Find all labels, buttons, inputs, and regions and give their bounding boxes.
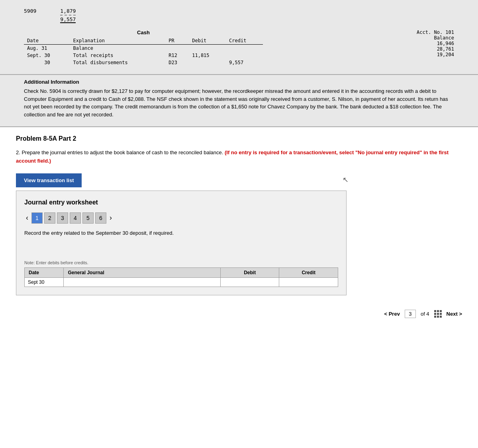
ledger-value-2: 1,879 bbox=[60, 8, 76, 14]
cash-left: Cash Date Explanation PR Debit Credit bbox=[24, 29, 263, 66]
cash-table-title: Cash bbox=[24, 29, 263, 35]
row3-date: 30 bbox=[24, 59, 70, 66]
row1-explanation: Balance bbox=[70, 45, 165, 52]
balance-2: 28,761 bbox=[417, 46, 454, 52]
worksheet-container: Journal entry worksheet ‹ 1 2 3 4 5 6 › … bbox=[16, 191, 347, 295]
grid-dot bbox=[434, 316, 436, 318]
journal-date: Sept 30 bbox=[25, 277, 64, 287]
additional-info-heading: Additional Information bbox=[24, 79, 454, 85]
row3-debit bbox=[189, 59, 226, 66]
grid-dot bbox=[434, 313, 436, 315]
grid-dot bbox=[440, 313, 442, 315]
ledger-value-1: 5909 bbox=[24, 8, 36, 14]
journal-debit[interactable] bbox=[220, 277, 279, 287]
row2-explanation: Total receipts bbox=[70, 52, 165, 59]
problem-section: Problem 8-5A Part 2 2. Prepare the journ… bbox=[0, 127, 478, 303]
ledger-col-1: 5909 bbox=[24, 8, 36, 23]
grid-dot bbox=[434, 310, 436, 312]
balance-label: Balance bbox=[417, 35, 454, 41]
row2-date: Sept. 30 bbox=[24, 52, 70, 59]
th-explanation: Explanation bbox=[70, 37, 165, 45]
total-pages-text: of 4 bbox=[421, 311, 429, 317]
instruction-plain: 2. Prepare the journal entries to adjust… bbox=[16, 149, 223, 155]
th-credit: Credit bbox=[279, 267, 338, 277]
tab-1[interactable]: 1 bbox=[31, 212, 43, 224]
tab-6[interactable]: 6 bbox=[95, 212, 106, 224]
row1-credit bbox=[226, 45, 263, 52]
grid-dot bbox=[437, 316, 439, 318]
cash-row-2: Sept. 30 Total receipts R12 11,815 bbox=[24, 52, 263, 59]
cash-row-3: 30 Total disbursements D23 9,557 bbox=[24, 59, 263, 66]
row1-date: Aug. 31 bbox=[24, 45, 70, 52]
th-general-journal: General Journal bbox=[64, 267, 221, 277]
row3-pr: D23 bbox=[165, 59, 189, 66]
tab-navigation: ‹ 1 2 3 4 5 6 › bbox=[24, 212, 338, 224]
ledger-col-2: 1,879 9,557 bbox=[60, 8, 76, 23]
tab-prev-arrow[interactable]: ‹ bbox=[24, 214, 30, 222]
row1-pr bbox=[165, 45, 189, 52]
tab-4[interactable]: 4 bbox=[70, 212, 81, 224]
acct-info: Acct. No. 101 Balance 16,946 28,761 19,2… bbox=[417, 29, 454, 57]
row3-credit: 9,557 bbox=[226, 59, 263, 66]
acct-no: Acct. No. 101 bbox=[417, 29, 454, 35]
additional-info-section: Additional Information Check No. 5904 is… bbox=[0, 75, 478, 127]
row3-explanation: Total disbursements bbox=[70, 59, 165, 66]
th-pr: PR bbox=[165, 37, 189, 45]
tab-3[interactable]: 3 bbox=[57, 212, 68, 224]
th-debit: Debit bbox=[189, 37, 226, 45]
row2-credit bbox=[226, 52, 263, 59]
balance-3: 19,204 bbox=[417, 52, 454, 57]
balance-1: 16,946 bbox=[417, 41, 454, 46]
page-container: 5909 1,879 9,557 Cash Date Expla bbox=[0, 0, 478, 448]
cash-ledger-table: Date Explanation PR Debit Credit Aug. 31… bbox=[24, 37, 263, 66]
journal-credit[interactable] bbox=[279, 277, 338, 287]
th-date: Date bbox=[25, 267, 64, 277]
next-button[interactable]: Next > bbox=[447, 311, 462, 317]
row1-debit bbox=[189, 45, 226, 52]
cash-outer: Cash Date Explanation PR Debit Credit bbox=[24, 29, 454, 66]
row2-debit: 11,815 bbox=[189, 52, 226, 59]
prev-button[interactable]: < Prev bbox=[384, 311, 400, 317]
ledger-numbers: 5909 1,879 9,557 bbox=[24, 8, 454, 23]
th-debit: Debit bbox=[220, 267, 279, 277]
grid-dot bbox=[437, 310, 439, 312]
cash-table-wrapper: Cash Date Explanation PR Debit Credit bbox=[24, 29, 454, 66]
current-page-number: 3 bbox=[405, 310, 416, 318]
problem-title: Problem 8-5A Part 2 bbox=[16, 135, 462, 142]
worksheet-title: Journal entry worksheet bbox=[24, 199, 338, 206]
grid-dot bbox=[440, 316, 442, 318]
tab-next-arrow[interactable]: › bbox=[108, 214, 114, 222]
additional-info-text: Check No. 5904 is correctly drawn for $2… bbox=[24, 87, 454, 118]
grid-icon[interactable] bbox=[434, 310, 442, 318]
journal-general-journal[interactable] bbox=[64, 277, 221, 287]
tab-5[interactable]: 5 bbox=[82, 212, 94, 224]
grid-dot bbox=[440, 310, 442, 312]
view-transaction-button[interactable]: View transaction list bbox=[16, 173, 82, 187]
bottom-navigation: < Prev 3 of 4 Next > bbox=[0, 303, 478, 324]
note-text: Note: Enter debits before credits. bbox=[24, 260, 338, 265]
cursor-indicator: ↖ bbox=[343, 175, 462, 184]
th-credit: Credit bbox=[226, 37, 263, 45]
journal-row-1: Sept 30 bbox=[25, 277, 338, 287]
row2-pr: R12 bbox=[165, 52, 189, 59]
journal-table: Date General Journal Debit Credit Sept 3… bbox=[24, 267, 338, 287]
problem-instruction: 2. Prepare the journal entries to adjust… bbox=[16, 149, 462, 165]
grid-dot bbox=[437, 313, 439, 315]
entry-instruction: Record the entry related to the Septembe… bbox=[24, 230, 338, 254]
top-section: 5909 1,879 9,557 Cash Date Expla bbox=[0, 0, 478, 75]
cash-row-1: Aug. 31 Balance bbox=[24, 45, 263, 52]
th-date: Date bbox=[24, 37, 70, 45]
ledger-value-3: 9,557 bbox=[60, 16, 76, 22]
tab-2[interactable]: 2 bbox=[44, 212, 55, 224]
